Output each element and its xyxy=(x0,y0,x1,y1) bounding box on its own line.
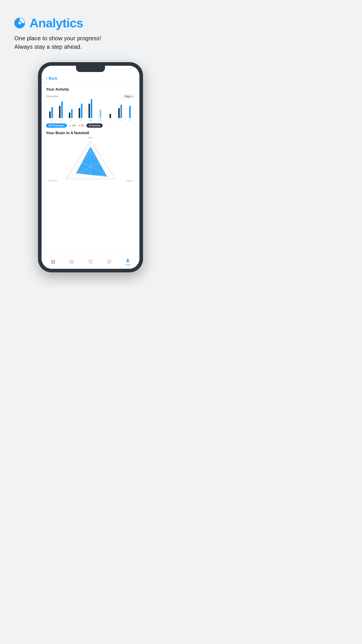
svg-rect-11 xyxy=(51,262,53,264)
bar-group-16: 16 xyxy=(95,110,105,121)
phone-screen: ‹ Back Your Activity December Days ▾ xyxy=(41,66,139,269)
svg-rect-9 xyxy=(51,260,53,262)
svg-point-2 xyxy=(18,22,21,24)
bar-group-15: 15 xyxy=(86,99,95,121)
svg-rect-12 xyxy=(53,262,55,264)
back-label[interactable]: Back xyxy=(49,76,57,80)
bar-label-14: 14 xyxy=(79,119,82,121)
triangle-chart: Maths xyxy=(46,138,135,182)
nav-item-chat[interactable] xyxy=(100,259,119,264)
bar-dark-15 xyxy=(88,104,90,118)
phone-container: ‹ Back Your Activity December Days ▾ xyxy=(0,58,181,281)
back-chevron-icon: ‹ xyxy=(46,76,47,81)
bar-group-12: 12 xyxy=(56,101,66,121)
bar-label-13: 13 xyxy=(70,119,72,121)
brain-triangle-svg xyxy=(64,139,117,181)
stats-row: 100 Challenges ▲ 10% ▼ 5% 10 Quizzes xyxy=(46,124,135,128)
bar-dark-14 xyxy=(79,108,80,118)
quizzes-badge: 10 Quizzes xyxy=(86,124,103,128)
page-title: Analytics xyxy=(29,16,83,30)
phone-frame: ‹ Back Your Activity December Days ▾ xyxy=(38,62,143,272)
bottom-nav: Profile xyxy=(41,254,139,269)
svg-rect-10 xyxy=(53,260,55,262)
bar-blue-19 xyxy=(129,106,131,118)
bar-label-19: 19 xyxy=(129,119,131,121)
screen-content: Your Activity December Days ▾ xyxy=(41,84,139,254)
down-arrow-icon: ▼ xyxy=(78,124,81,127)
stat-down-change: ▼ 5% xyxy=(78,124,84,127)
bar-dark-12 xyxy=(59,106,60,118)
chat-icon xyxy=(107,259,112,264)
activity-header: December Days ▾ xyxy=(46,94,135,99)
stat-up-change: ▲ 10% xyxy=(69,124,76,127)
activity-section-title: Your Activity xyxy=(46,87,135,92)
nav-item-trophy[interactable] xyxy=(81,259,100,264)
nav-divider xyxy=(41,83,139,83)
profile-icon xyxy=(125,258,130,263)
up-arrow-icon: ▲ xyxy=(69,124,71,127)
bar-blue-11 xyxy=(51,107,53,118)
header-section: Analytics One place to show your progres… xyxy=(0,0,181,58)
bar-blue-15 xyxy=(91,99,92,118)
bar-dark-13 xyxy=(69,112,70,118)
title-row: Analytics xyxy=(14,16,167,30)
bar-label-15: 15 xyxy=(89,119,92,121)
back-nav[interactable]: ‹ Back xyxy=(41,74,139,82)
analytics-icon xyxy=(14,17,25,29)
bar-group-13: 13 xyxy=(66,109,75,121)
dropdown-arrow-icon: ▾ xyxy=(132,95,133,98)
challenges-badge: 100 Challenges xyxy=(46,124,67,128)
nav-item-lessons[interactable] xyxy=(62,259,81,264)
bar-group-19: 19 xyxy=(125,106,135,121)
maths-label: Maths xyxy=(88,137,93,139)
bar-blue-18 xyxy=(120,105,122,118)
bar-group-14: 14 xyxy=(76,104,86,121)
bar-dark-18 xyxy=(118,108,120,118)
trophy-icon xyxy=(88,259,93,264)
month-label: December xyxy=(46,95,58,98)
nav-item-home[interactable] xyxy=(44,259,62,264)
bar-group-18: 18 xyxy=(115,105,125,121)
bar-label-18: 18 xyxy=(119,119,121,121)
brain-section-title: Your Brain In A Nutshell xyxy=(46,131,135,135)
svg-marker-4 xyxy=(76,146,107,177)
bar-group-17: 17 xyxy=(105,114,115,121)
bar-label-11: 11 xyxy=(50,119,52,121)
profile-nav-label: Profile xyxy=(125,264,131,266)
bar-blue-13 xyxy=(71,109,73,118)
nav-item-profile[interactable]: Profile xyxy=(118,258,137,266)
bar-dark-11 xyxy=(49,111,51,118)
bar-dark-17 xyxy=(109,114,111,118)
brain-section: Your Brain In A Nutshell Maths xyxy=(46,131,135,182)
bar-label-12: 12 xyxy=(60,119,62,121)
bar-blue-12 xyxy=(61,101,63,118)
phone-notch xyxy=(76,66,105,72)
bar-blue-14 xyxy=(81,104,82,118)
bar-group-11: 11 xyxy=(46,107,56,121)
bar-label-16: 16 xyxy=(99,119,101,121)
days-label: Days xyxy=(125,95,131,98)
home-icon xyxy=(50,259,56,264)
lessons-icon xyxy=(69,259,74,264)
bar-label-17: 17 xyxy=(109,119,111,121)
svg-point-19 xyxy=(127,259,129,260)
header-subtitle: One place to show your progress! Always … xyxy=(14,34,167,51)
days-dropdown[interactable]: Days ▾ xyxy=(122,94,135,99)
activity-bar-chart: 11 12 xyxy=(46,101,135,121)
bar-light-16 xyxy=(100,110,101,118)
